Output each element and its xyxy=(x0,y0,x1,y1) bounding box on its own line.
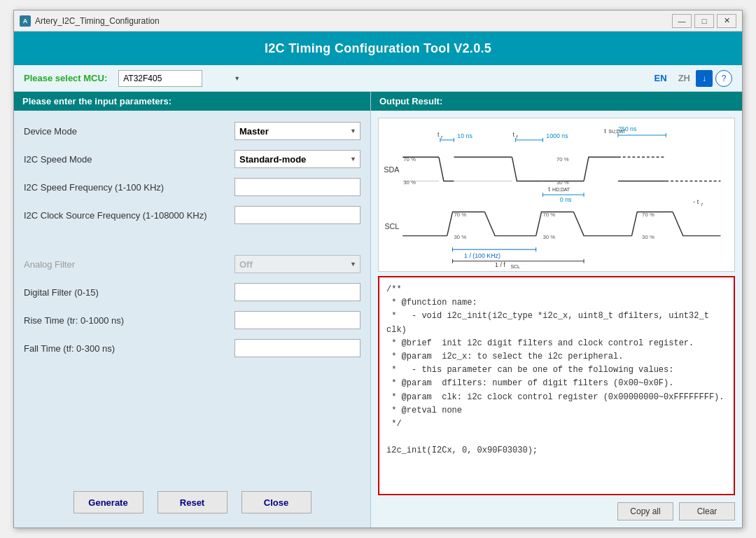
svg-text:30 %: 30 % xyxy=(542,235,555,241)
output-header: Output Result: xyxy=(371,92,742,111)
help-button[interactable]: ? xyxy=(715,70,732,87)
rise-time-row: Rise Time (tr: 0-1000 ns) 1000 xyxy=(24,311,360,329)
digital-filter-input[interactable]: 0 xyxy=(234,283,360,301)
i2c-speed-freq-row: I2C Speed Frequency (1-100 KHz) 100 xyxy=(24,178,360,196)
app-title: I2C Timing Configuration Tool V2.0.5 xyxy=(265,41,491,56)
svg-text:0 ns: 0 ns xyxy=(560,196,572,203)
left-panel-header: Please enter the input parameters: xyxy=(14,92,370,111)
fall-time-input[interactable]: 10 xyxy=(234,339,360,357)
download-button[interactable]: ↓ xyxy=(696,70,713,87)
mcu-dropdown[interactable]: AT32F405 AT32F403A AT32F407 xyxy=(118,70,202,87)
svg-text:70 %: 70 % xyxy=(556,156,569,163)
i2c-speed-freq-input[interactable]: 100 xyxy=(234,178,360,196)
svg-text:t: t xyxy=(438,131,440,138)
mcu-label: Please select MCU: xyxy=(24,73,107,83)
reset-button[interactable]: Reset xyxy=(158,491,227,513)
i2c-clock-source-input[interactable]: 108000 xyxy=(234,206,360,224)
i2c-speed-freq-label: I2C Speed Frequency (1-100 KHz) xyxy=(24,182,234,193)
mcu-select-wrapper: AT32F405 AT32F403A AT32F407 xyxy=(118,70,244,87)
lang-en-button[interactable]: EN xyxy=(652,71,670,85)
window-title: Artery_I2C_Timing_Configuration xyxy=(35,16,160,26)
svg-text:t: t xyxy=(512,131,514,138)
analog-filter-select[interactable]: Off On xyxy=(234,255,360,273)
code-text: /** * @function name: * - void i2c_init(… xyxy=(386,283,727,457)
svg-text:30 %: 30 % xyxy=(454,235,466,241)
svg-text:t: t xyxy=(548,186,550,193)
svg-text:1000 ns: 1000 ns xyxy=(546,132,568,139)
generate-button[interactable]: Generate xyxy=(74,491,144,513)
minimize-button[interactable]: — xyxy=(672,14,692,28)
maximize-button[interactable]: □ xyxy=(694,14,714,28)
svg-text:HD;DAT: HD;DAT xyxy=(552,187,570,192)
mcu-bar: Please select MCU: AT32F405 AT32F403A AT… xyxy=(14,65,742,92)
svg-text:30 %: 30 % xyxy=(403,179,416,186)
svg-text:30 %: 30 % xyxy=(556,179,569,186)
svg-text:70 %: 70 % xyxy=(642,212,654,218)
rise-time-input[interactable]: 1000 xyxy=(234,311,360,329)
digital-filter-row: Digital Filter (0-15) 0 xyxy=(24,283,360,301)
svg-text:SCL: SCL xyxy=(511,264,520,269)
svg-text:r: r xyxy=(701,202,704,207)
i2c-clock-source-label: I2C Clock Source Frequency (1-108000 KHz… xyxy=(24,210,234,221)
svg-text:30 %: 30 % xyxy=(642,235,654,241)
device-mode-select[interactable]: Master Slave xyxy=(234,122,360,140)
form-spacer xyxy=(24,234,360,245)
fall-time-label: Fall Time (tf: 0-300 ns) xyxy=(24,343,234,354)
device-mode-select-wrapper: Master Slave xyxy=(234,122,360,140)
app-icon: A xyxy=(20,15,31,27)
svg-text:70 %: 70 % xyxy=(542,212,555,218)
copy-all-button[interactable]: Copy all xyxy=(617,502,673,520)
lang-controls: EN ZH ↓ ? xyxy=(652,70,732,87)
form-body: Device Mode Master Slave I2C Speed Mode … xyxy=(14,111,370,480)
timing-diagram: SDA SCL t r 10 ns t f 1000 ns xyxy=(378,118,735,272)
left-panel: Please enter the input parameters: Devic… xyxy=(14,92,371,527)
right-panel: Output Result: SDA SCL t r 10 ns xyxy=(371,92,742,527)
i2c-speed-mode-row: I2C Speed Mode Standard-mode Fast-mode F… xyxy=(24,150,360,168)
svg-text:1 / (100 KHz): 1 / (100 KHz) xyxy=(464,252,500,259)
svg-text:t: t xyxy=(604,127,606,134)
svg-text:r: r xyxy=(441,134,443,139)
svg-text:250 ns: 250 ns xyxy=(618,125,637,132)
button-row: Generate Reset Close xyxy=(14,480,370,527)
svg-text:- t: - t xyxy=(693,198,699,205)
analog-filter-select-wrapper: Off On xyxy=(234,255,360,273)
device-mode-label: Device Mode xyxy=(24,126,234,137)
device-mode-row: Device Mode Master Slave xyxy=(24,122,360,140)
digital-filter-label: Digital Filter (0-15) xyxy=(24,287,234,298)
svg-text:10 ns: 10 ns xyxy=(457,132,472,139)
clear-button[interactable]: Clear xyxy=(679,502,735,520)
main-window: A Artery_I2C_Timing_Configuration — □ ✕ … xyxy=(13,10,743,528)
i2c-speed-mode-select-wrapper: Standard-mode Fast-mode Fast-mode Plus xyxy=(234,150,360,168)
main-content: Please enter the input parameters: Devic… xyxy=(14,92,742,527)
rise-time-label: Rise Time (tr: 0-1000 ns) xyxy=(24,315,234,326)
i2c-clock-source-row: I2C Clock Source Frequency (1-108000 KHz… xyxy=(24,206,360,224)
close-button[interactable]: Close xyxy=(241,491,312,513)
code-buttons: Copy all Clear xyxy=(371,499,742,527)
close-window-button[interactable]: ✕ xyxy=(717,14,736,28)
analog-filter-label: Analog Filter xyxy=(24,259,234,270)
timing-diagram-svg: SDA SCL t r 10 ns t f 1000 ns xyxy=(379,118,734,271)
title-bar: A Artery_I2C_Timing_Configuration — □ ✕ xyxy=(14,11,742,32)
mcu-select-area: Please select MCU: AT32F405 AT32F403A AT… xyxy=(24,70,244,87)
svg-text:1 / f: 1 / f xyxy=(495,261,505,268)
lang-zh-button[interactable]: ZH xyxy=(676,71,693,85)
i2c-speed-mode-label: I2C Speed Mode xyxy=(24,154,234,165)
analog-filter-row: Analog Filter Off On xyxy=(24,255,360,273)
svg-text:70 %: 70 % xyxy=(403,156,416,163)
svg-text:SCL: SCL xyxy=(384,222,399,230)
svg-text:70 %: 70 % xyxy=(454,212,466,218)
code-output: /** * @function name: * - void i2c_init(… xyxy=(378,276,735,495)
i2c-speed-mode-select[interactable]: Standard-mode Fast-mode Fast-mode Plus xyxy=(234,150,360,168)
title-bar-left: A Artery_I2C_Timing_Configuration xyxy=(20,15,160,27)
app-header: I2C Timing Configuration Tool V2.0.5 xyxy=(14,32,742,65)
svg-text:SDA: SDA xyxy=(384,165,400,174)
window-controls: — □ ✕ xyxy=(672,14,736,28)
svg-text:f: f xyxy=(516,134,518,139)
fall-time-row: Fall Time (tf: 0-300 ns) 10 xyxy=(24,339,360,357)
